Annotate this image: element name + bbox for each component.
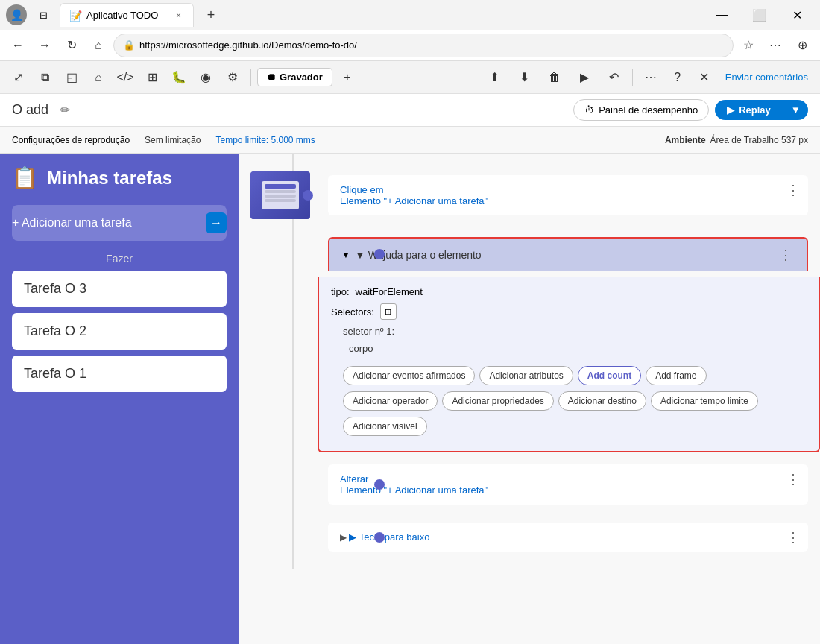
detail-seletor-nro: seletor nº 1: bbox=[343, 326, 807, 337]
timeline: Clique em Elemento "+ Adicionar uma tare… bbox=[239, 154, 820, 569]
add-visivel-btn[interactable]: Adicionar visível bbox=[343, 417, 427, 436]
edit-step-btn[interactable]: ✏ bbox=[54, 100, 75, 121]
add-propriedades-btn[interactable]: Adicionar propriedades bbox=[442, 391, 553, 411]
enviar-comentarios-btn[interactable]: Enviar comentários bbox=[719, 69, 814, 86]
task-item-2[interactable]: Tarefa O 2 bbox=[12, 313, 227, 350]
replay-btn[interactable]: ▶ Replay bbox=[715, 100, 783, 120]
nav-bar: ← → ↻ ⌂ 🔒 ☆ ⋯ ⊕ bbox=[0, 30, 820, 61]
toolbar-divider bbox=[250, 69, 251, 86]
back-btn[interactable]: ← bbox=[6, 34, 30, 57]
step-4-more-btn[interactable]: ⋮ bbox=[784, 528, 802, 546]
rec-tool-more[interactable]: ⚙ bbox=[221, 66, 245, 89]
title-bar: 👤 ⊟ 📝 Aplicativo TODO × + — ⬜ ✕ bbox=[0, 0, 820, 30]
step-1-content: Clique em Elemento "+ Adicionar uma tare… bbox=[328, 175, 808, 215]
rec-action-play[interactable]: ▶ bbox=[573, 66, 596, 89]
close-window-btn[interactable]: ✕ bbox=[780, 3, 814, 27]
step-2-dot bbox=[374, 249, 385, 259]
new-tab-button[interactable]: + bbox=[200, 4, 222, 26]
rec-tool-2[interactable]: ⧉ bbox=[33, 66, 57, 89]
task-item-1[interactable]: Tarefa O 1 bbox=[12, 356, 227, 392]
tab-favicon: 📝 bbox=[69, 10, 82, 22]
rec-tool-bug[interactable]: 🐛 bbox=[167, 66, 191, 89]
recorder-toolbar: ⤢ ⧉ ◱ ⌂ </> ⊞ 🐛 ◉ ⚙ ⏺ Gravador + ⬆ ⬇ 🗑 ▶… bbox=[0, 61, 820, 94]
add-recording-btn[interactable]: + bbox=[335, 66, 359, 89]
step-2-more-btn[interactable]: ⋮ bbox=[777, 246, 795, 264]
rec-action-delete[interactable]: 🗑 bbox=[543, 66, 567, 89]
gravador-tab[interactable]: ⏺ Gravador bbox=[257, 68, 332, 86]
forward-btn[interactable]: → bbox=[33, 34, 57, 57]
tab-title: Aplicativo TODO bbox=[86, 10, 158, 21]
action-btns-row3: Adicionar visível bbox=[331, 417, 807, 442]
task-item-3[interactable]: Tarefa O 3 bbox=[12, 271, 227, 307]
no-limit-btn[interactable]: Sem limitação bbox=[139, 133, 206, 147]
home-btn[interactable]: ⌂ bbox=[86, 34, 110, 57]
step-1-action: Clique em Elemento "+ Adicionar uma tare… bbox=[340, 184, 796, 206]
step-2-header-row: ▼ ▼ Wajuda para o elemento ⋮ bbox=[239, 231, 820, 277]
step-3-more-btn[interactable]: ⋮ bbox=[784, 470, 802, 488]
minimize-btn[interactable]: — bbox=[705, 3, 739, 27]
rec-tool-grid[interactable]: ⊞ bbox=[140, 66, 164, 89]
tipo-value: waitForElement bbox=[356, 286, 423, 297]
rec-close-btn[interactable]: ✕ bbox=[693, 66, 716, 89]
step-4-content: ▶ ▶ Tecla para baixo ⋮ bbox=[328, 523, 808, 552]
more-btn[interactable]: ⋯ bbox=[763, 34, 787, 57]
step-4-action: ▶ ▶ Tecla para baixo bbox=[340, 531, 796, 543]
add-eventos-btn[interactable]: Adicionar eventos afirmados bbox=[343, 366, 475, 385]
step-3-content: Alterar Elemento "+ Adicionar uma tarefa… bbox=[328, 464, 808, 505]
selector-add-icon[interactable]: ⊞ bbox=[380, 303, 397, 320]
nav-right: ☆ ⋯ ⊕ bbox=[737, 34, 814, 57]
fazer-label: Fazer bbox=[12, 253, 227, 265]
app-title-row: 📋 Minhas tarefas bbox=[12, 165, 227, 190]
recorder-action-bar: O add ✏ ⏱ Painel de desempenho ▶ Replay … bbox=[0, 94, 820, 127]
add-tempo-limite-btn[interactable]: Adicionar tempo limite bbox=[651, 391, 758, 411]
add-destino-btn[interactable]: Adicionar destino bbox=[558, 391, 646, 411]
active-tab[interactable]: 📝 Aplicativo TODO × bbox=[60, 3, 194, 27]
step-name: O add bbox=[12, 102, 48, 118]
rec-tool-3[interactable]: ◱ bbox=[60, 66, 83, 89]
add-operador-btn[interactable]: Adicionar operador bbox=[343, 391, 438, 411]
profile-btn-nav[interactable]: ⊕ bbox=[790, 34, 814, 57]
window-controls: — ⬜ ✕ bbox=[705, 3, 814, 27]
add-count-btn[interactable]: Add count bbox=[578, 366, 641, 385]
refresh-btn[interactable]: ↻ bbox=[60, 34, 83, 57]
rec-action-down[interactable]: ⬇ bbox=[513, 66, 537, 89]
config-title: Configurações de reprodução bbox=[12, 135, 130, 145]
step-2-details: tipo: waitForElement Selectors: ⊞ seleto… bbox=[318, 277, 820, 452]
step-1: Clique em Elemento "+ Adicionar uma tare… bbox=[239, 165, 820, 225]
step-2-header[interactable]: ▼ ▼ Wajuda para o elemento ⋮ bbox=[328, 237, 808, 271]
replay-dropdown-btn[interactable]: ▼ bbox=[783, 100, 808, 120]
url-input[interactable] bbox=[139, 40, 724, 51]
maximize-btn[interactable]: ⬜ bbox=[742, 3, 777, 27]
step-3-dot bbox=[374, 479, 385, 490]
step-4-dot bbox=[374, 532, 385, 543]
perf-panel-btn[interactable]: ⏱ Painel de desempenho bbox=[573, 99, 709, 121]
add-task-btn[interactable]: + Adicionar uma tarefa → bbox=[12, 205, 227, 241]
sidebar-toggle-btn[interactable]: ⊟ bbox=[33, 4, 54, 25]
recorder-panel[interactable]: Clique em Elemento "+ Adicionar uma tare… bbox=[239, 154, 820, 644]
env-label: Ambiente bbox=[665, 135, 706, 145]
add-atributos-btn[interactable]: Adicionar atributos bbox=[479, 366, 573, 385]
corpo-value: corpo bbox=[349, 343, 807, 354]
tab-close-btn[interactable]: × bbox=[173, 9, 184, 22]
app-title: Minhas tarefas bbox=[47, 168, 172, 189]
rec-tool-code[interactable]: </> bbox=[113, 66, 137, 89]
rec-more-btn[interactable]: ⋯ bbox=[639, 66, 663, 89]
rec-action-up[interactable]: ⬆ bbox=[483, 66, 507, 89]
dropdown-icon: ▼ bbox=[791, 104, 801, 116]
step-1-more-btn[interactable]: ⋮ bbox=[784, 181, 802, 199]
rec-help-btn[interactable]: ? bbox=[666, 66, 690, 89]
rec-tool-wifi[interactable]: ◉ bbox=[194, 66, 218, 89]
rec-tool-home[interactable]: ⌂ bbox=[86, 66, 110, 89]
seletor-nro-label: seletor nº 1: bbox=[343, 326, 394, 337]
step-3-action: Alterar Elemento "+ Adicionar uma tarefa… bbox=[340, 473, 796, 496]
rec-tool-1[interactable]: ⤢ bbox=[6, 66, 30, 89]
add-frame-btn[interactable]: Add frame bbox=[646, 366, 706, 385]
rec-action-redo[interactable]: ↶ bbox=[602, 66, 626, 89]
step-4-arrow: ▶ bbox=[340, 532, 349, 543]
env-value: Área de Trabalho 537 px bbox=[710, 135, 808, 145]
fav-btn[interactable]: ☆ bbox=[737, 34, 760, 57]
config-right: Ambiente Área de Trabalho 537 px bbox=[665, 135, 808, 145]
step-4: ▶ ▶ Tecla para baixo ⋮ bbox=[239, 517, 820, 558]
profile-icon[interactable]: 👤 bbox=[6, 4, 27, 25]
address-bar[interactable]: 🔒 bbox=[113, 34, 734, 57]
